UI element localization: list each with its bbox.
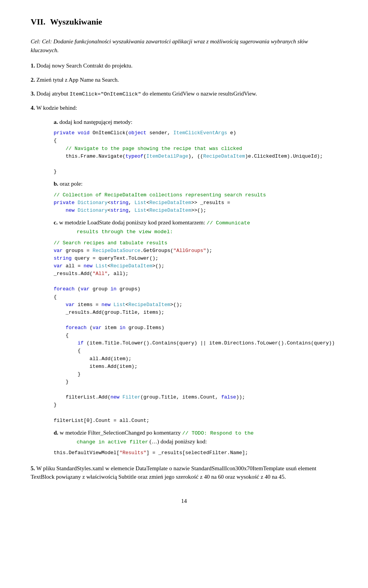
sub-item-d: d. w metodzie Filter_SelectionChanged po… bbox=[54, 428, 337, 457]
sub-item-b: b. oraz pole: // Collection of RecipeDat… bbox=[54, 180, 337, 214]
section-header: VII. Wyszukiwanie bbox=[31, 15, 337, 30]
list-item-2: 2. Zmień tytuł z App Name na Search. bbox=[31, 76, 337, 84]
code-block-d: this.DefaultViewModel["Results"] = _resu… bbox=[54, 449, 337, 457]
page-number: 14 bbox=[31, 497, 337, 506]
code-block-b: // Collection of RecipeDataItem collecti… bbox=[54, 191, 337, 214]
sub-item-a: a. dodaj kod następującej metody: privat… bbox=[54, 118, 337, 176]
list-item-1: 1. Dodaj nowy Search Contrakt do projekt… bbox=[31, 61, 337, 70]
page-content: VII. Wyszukiwanie Cel: Cel: Dodanie funk… bbox=[31, 15, 337, 505]
list-item-3: 3. Dodaj atrybut ItemClick="OnItemClick"… bbox=[31, 89, 337, 98]
section-title: Wyszukiwanie bbox=[50, 15, 102, 28]
list-item-4: 4. W kodzie behind: bbox=[31, 104, 337, 112]
section-intro: Cel: Cel: Dodanie funkcjonalności wyszuk… bbox=[31, 37, 337, 54]
sub-item-c: c. w metodzie LoadState dodaj poniższy k… bbox=[54, 218, 337, 425]
section-number: VII. bbox=[31, 15, 46, 30]
list-item-5: 5. W pliku StandardStyles.xaml w elemenc… bbox=[31, 464, 337, 481]
code-block-a: private void OnItemClick(object sender, … bbox=[54, 129, 337, 176]
code-block-c: // Search recipes and tabulate results v… bbox=[54, 239, 337, 425]
